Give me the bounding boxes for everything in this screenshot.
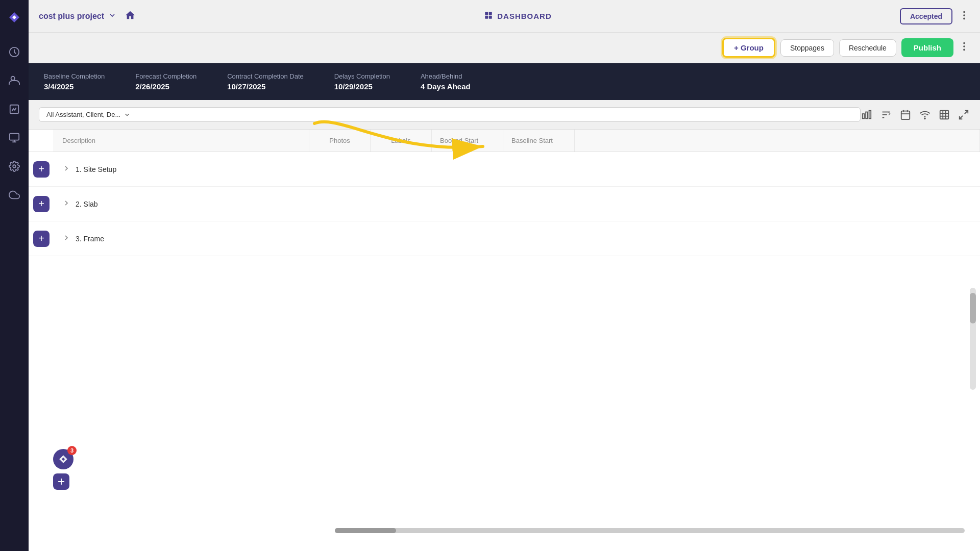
project-selector[interactable]: cost plus project: [39, 11, 116, 21]
accepted-button[interactable]: Accepted: [900, 8, 952, 24]
svg-rect-27: [940, 110, 949, 119]
col-header-baseline: Baseline Start: [503, 130, 575, 152]
row-3-expand-icon[interactable]: [62, 234, 70, 243]
row-desc-3: 3. Frame: [54, 234, 309, 243]
col-header-add: [29, 130, 54, 152]
sidebar-item-analytics[interactable]: [5, 100, 23, 118]
completion-delays-label: Delays Completion: [334, 72, 390, 80]
header-center: DASHBOARD: [142, 11, 894, 21]
notification-count: 3: [67, 446, 77, 455]
header-more-icon[interactable]: [959, 10, 970, 23]
row-2-description: 2. Slab: [76, 200, 98, 208]
vertical-scrollbar[interactable]: [970, 288, 976, 390]
calendar-view-icon[interactable]: [899, 109, 912, 121]
svg-point-1: [11, 77, 15, 80]
completion-aheadbehind-label: Ahead/Behind: [421, 72, 471, 80]
app-logo[interactable]: [5, 8, 23, 27]
sidebar: [0, 0, 29, 551]
svg-point-4: [13, 165, 16, 168]
col-header-photos: Photos: [309, 130, 371, 152]
completion-delays: Delays Completion 10/29/2025: [334, 72, 390, 91]
home-icon[interactable]: [125, 10, 136, 23]
reschedule-button[interactable]: Reschedule: [839, 39, 896, 57]
filter-label: All Assistant, Client, De...: [46, 111, 120, 118]
row-3-description: 3. Frame: [76, 235, 104, 243]
add-row-1-button[interactable]: +: [33, 161, 50, 178]
svg-rect-22: [901, 111, 910, 119]
row-add-3: +: [29, 231, 54, 247]
table-row: + 2. Slab: [29, 187, 980, 221]
completion-baseline-value: 3/4/2025: [44, 82, 105, 91]
add-row-2-button[interactable]: +: [33, 196, 50, 212]
table-row: + 1. Site Setup: [29, 152, 980, 187]
row-desc-1: 1. Site Setup: [54, 164, 309, 174]
svg-rect-18: [869, 110, 871, 118]
svg-rect-6: [489, 12, 492, 15]
svg-point-10: [963, 14, 965, 16]
completion-aheadbehind-value: 4 Days Ahead: [421, 82, 471, 91]
completion-contract-value: 10/27/2025: [227, 82, 304, 91]
row-2-expand-icon[interactable]: [62, 199, 70, 209]
horizontal-scrollbar[interactable]: [335, 528, 965, 533]
col-header-labels: Labels: [371, 130, 432, 152]
toolbar: + Group Stoppages Reschedule Publish: [29, 33, 980, 63]
svg-line-32: [965, 110, 968, 113]
svg-point-11: [963, 17, 965, 19]
svg-point-12: [963, 42, 965, 44]
sidebar-item-people[interactable]: [5, 71, 23, 90]
col-header-extra: [575, 130, 980, 152]
svg-point-13: [963, 45, 965, 47]
header-right: Accepted: [900, 8, 970, 24]
row-1-description: 1. Site Setup: [76, 165, 116, 173]
main-content: cost plus project: [29, 0, 980, 551]
sidebar-item-dashboard[interactable]: [5, 43, 23, 61]
notification-fab: 3: [53, 449, 74, 490]
sidebar-item-cloud[interactable]: [5, 186, 23, 204]
svg-point-26: [924, 118, 925, 119]
svg-point-14: [963, 49, 965, 51]
publish-button[interactable]: Publish: [901, 38, 953, 57]
row-1-expand-icon[interactable]: [62, 164, 70, 174]
svg-rect-5: [485, 12, 488, 15]
completion-aheadbehind: Ahead/Behind 4 Days Ahead: [421, 72, 471, 91]
svg-rect-8: [489, 16, 492, 19]
sidebar-nav: [5, 43, 23, 204]
add-row-3-button[interactable]: +: [33, 231, 50, 247]
header: cost plus project: [29, 0, 980, 33]
vertical-scroll-thumb[interactable]: [970, 293, 976, 323]
group-button[interactable]: + Group: [722, 38, 775, 58]
horizontal-scroll-thumb[interactable]: [335, 528, 396, 533]
bar-chart-view-icon[interactable]: [861, 109, 873, 121]
project-name: cost plus project: [39, 12, 104, 21]
filter-row-right: [861, 109, 970, 121]
svg-rect-17: [866, 112, 868, 118]
row-desc-2: 2. Slab: [54, 199, 309, 209]
dashboard-label: DASHBOARD: [484, 11, 552, 21]
sort-view-icon[interactable]: [880, 109, 892, 121]
stoppages-button[interactable]: Stoppages: [780, 39, 834, 57]
filter-row-left: All Assistant, Client, De...: [39, 107, 861, 122]
completion-forecast-value: 2/26/2025: [135, 82, 197, 91]
svg-rect-3: [10, 134, 19, 140]
completion-baseline-label: Baseline Completion: [44, 72, 105, 80]
toolbar-more-icon[interactable]: [959, 41, 970, 55]
project-chevron-icon: [108, 11, 116, 21]
dashboard-text: DASHBOARD: [497, 12, 552, 20]
expand-view-icon[interactable]: [958, 109, 970, 121]
toolbar-right: + Group Stoppages Reschedule Publish: [722, 38, 970, 58]
table-wrapper: Description Photos Labels Booked Start B…: [29, 130, 980, 551]
fab-add-button[interactable]: [53, 473, 69, 490]
wifi-view-icon[interactable]: [919, 109, 931, 121]
svg-point-9: [963, 11, 965, 13]
col-header-description: Description: [54, 130, 309, 152]
sidebar-item-settings[interactable]: [5, 157, 23, 176]
svg-rect-7: [485, 16, 488, 19]
sidebar-item-monitor[interactable]: [5, 129, 23, 147]
grid-view-icon[interactable]: [938, 109, 950, 121]
completion-delays-value: 10/29/2025: [334, 82, 390, 91]
row-add-2: +: [29, 196, 54, 212]
filter-dropdown[interactable]: All Assistant, Client, De...: [39, 107, 861, 122]
fab-wrapper: 3: [53, 449, 74, 469]
completion-forecast: Forecast Completion 2/26/2025: [135, 72, 197, 91]
svg-line-33: [960, 115, 963, 118]
